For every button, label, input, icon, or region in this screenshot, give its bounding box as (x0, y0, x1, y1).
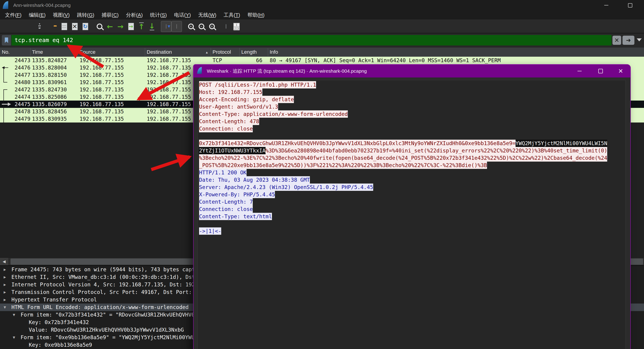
stream-content-panel[interactable]: POST /sqlii/Less-7/info1.php HTTP/1.1Hos… (198, 80, 626, 349)
stream-line: POST /sqlii/Less-7/info1.php HTTP/1.1 (199, 81, 607, 88)
column-header-source[interactable]: Source (80, 48, 96, 57)
filter-apply-button[interactable]: ➜ (622, 36, 634, 45)
expander-open-icon[interactable]: ▼ (13, 311, 15, 318)
zoom-in-button[interactable]: + (186, 21, 196, 32)
cell-dst: 192.168.77.135 (147, 64, 191, 71)
column-header-time[interactable]: Time (32, 48, 43, 57)
detail-text: Internet Protocol Version 4, Src: 192.16… (12, 281, 198, 288)
column-separator (78, 48, 78, 56)
column-header-protocol[interactable]: Protocol (212, 48, 231, 57)
request-text: Host: 192.168.77.155 (199, 88, 262, 96)
auto-scroll-button[interactable]: ▼ (161, 21, 172, 32)
expander-closed-icon[interactable]: ▶ (4, 266, 6, 273)
dialog-maximize-icon (598, 69, 603, 73)
expander-closed-icon[interactable]: ▶ (4, 288, 6, 296)
menu-item-s[interactable]: 统计(S) (146, 10, 170, 20)
find-packet-button[interactable] (94, 21, 105, 32)
column-header-length[interactable]: Length (241, 48, 257, 57)
go-to-packet-button[interactable]: → (126, 21, 136, 32)
main-window-title: Ann-wireshark-004.pcapng (13, 0, 70, 10)
dialog-minimize-button[interactable] (573, 66, 586, 76)
menu-item-y[interactable]: 电话(Y) (170, 10, 194, 20)
menu-item-a[interactable]: 分析(A) (122, 10, 146, 20)
close-file-button[interactable]: ✕ (70, 21, 80, 32)
column-header-destination[interactable]: Destination (147, 48, 172, 57)
cell-src: 192.168.77.155 (80, 71, 124, 78)
cell-time: 1335.830935 (32, 115, 67, 122)
stop-capture-button[interactable] (13, 21, 24, 32)
reload-file-button[interactable]: ↻ (80, 21, 90, 32)
request-text: %3D%3D&6ea280898e404bfabd0ebb702327b19f=… (266, 147, 608, 154)
auto-scroll-icon: ▼ (166, 24, 166, 28)
maximize-icon (628, 3, 632, 8)
go-back-button[interactable]: ← (105, 21, 115, 32)
minimize-button[interactable] (598, 0, 614, 10)
capture-options-button[interactable] (34, 21, 45, 32)
menu-item-c[interactable]: 捕获(C) (98, 10, 122, 20)
cell-no: 24479 (9, 115, 30, 122)
layout-columns-icon: 123 (233, 23, 240, 30)
display-filter-input[interactable]: tcp.stream eq 142 (12, 35, 612, 46)
column-header-info[interactable]: Info (270, 48, 278, 57)
save-file-button[interactable]: 01010110 (59, 21, 70, 32)
arrow-right-icon: → (118, 23, 124, 30)
menu-item-w[interactable]: 无线(W) (194, 10, 220, 20)
cell-no: 24473 (9, 57, 30, 64)
menu-item-t[interactable]: 工具(T) (220, 10, 244, 20)
stream-line: HTTP/1.1 200 OK (199, 169, 607, 176)
menu-item-h[interactable]: 帮助(H) (244, 10, 268, 20)
expander-open-icon[interactable]: ▼ (4, 304, 6, 311)
response-text: Server: Apache/2.4.23 (Win32) OpenSSL/1.… (199, 184, 373, 191)
cell-no: 24474 (9, 93, 30, 100)
cell-dst: 192.168.77.135 (147, 71, 191, 78)
request-text: %3Becho%20%22-%3E%7C%22%3Becho%20%40fwri… (199, 154, 607, 162)
stream-line: Connection: close (199, 206, 607, 213)
go-first-packet-button[interactable]: ↑ (136, 21, 147, 32)
expander-closed-icon[interactable]: ▶ (4, 296, 6, 304)
dialog-maximize-button[interactable] (594, 66, 607, 76)
wireshark-dialog-logo-icon (197, 67, 202, 74)
gear-icon (38, 24, 41, 28)
response-text: X-Powered-By: PHP/5.4.45 (199, 191, 275, 198)
blank-line (199, 132, 607, 140)
filter-clear-button[interactable]: ✕ (612, 36, 621, 45)
cell-src: 192.168.77.155 (80, 64, 124, 71)
start-capture-button[interactable] (3, 21, 13, 32)
stream-text: POST /sqlii/Less-7/info1.php HTTP/1.1Hos… (199, 81, 607, 235)
filter-bookmark-button[interactable] (2, 35, 11, 46)
cell-no: 24477 (9, 71, 30, 78)
layout-columns-button[interactable]: 123 (231, 21, 242, 32)
column-header-no[interactable]: No. (2, 48, 10, 57)
zoom-out-button[interactable]: − (196, 21, 206, 32)
cell-length: 66 (241, 57, 262, 64)
stream-line: Connection: close (199, 125, 607, 132)
stream-line: User-Agent: antSword/v1.3 (199, 103, 607, 110)
maximize-button[interactable] (622, 0, 638, 10)
cell-time: 1335.824827 (32, 57, 67, 64)
dialog-title: Wireshark · 追踪 HTTP 流 (tcp.stream eq 142… (207, 65, 367, 78)
dialog-close-button[interactable]: ✕ (614, 66, 627, 76)
go-forward-button[interactable]: → (115, 21, 126, 32)
dialog-minimize-icon (578, 71, 582, 71)
go-last-packet-button[interactable]: ↓ (147, 21, 157, 32)
cell-dst: 192.168.77.155 (147, 100, 191, 108)
zoom-reset-button[interactable]: = (206, 21, 217, 32)
menu-item-v[interactable]: 视图(V) (49, 10, 73, 20)
menu-item-f[interactable]: 文件(F) (1, 10, 25, 20)
menu-item-g[interactable]: 跳转(G) (73, 10, 98, 20)
zoom-out-icon: − (198, 24, 204, 29)
menu-item-e[interactable]: 编辑(E) (25, 10, 49, 20)
expander-open-icon[interactable]: ▼ (13, 334, 15, 341)
hscrollbar-left-arrow-icon[interactable]: ◀ (0, 258, 8, 265)
cell-time: 1335.824730 (32, 86, 67, 93)
restart-capture-button[interactable] (24, 21, 34, 32)
expander-closed-icon[interactable]: ▶ (4, 273, 6, 281)
expander-closed-icon[interactable]: ▶ (4, 281, 6, 288)
dialog-titlebar[interactable]: Wireshark · 追踪 HTTP 流 (tcp.stream eq 142… (194, 65, 630, 78)
filter-dropdown-chevron-icon[interactable] (637, 38, 642, 41)
open-file-button[interactable] (48, 21, 59, 32)
packet-row[interactable]: 244731335.824827192.168.77.155192.168.77… (0, 57, 644, 64)
response-text: Content-Length: 7 (199, 198, 253, 206)
resize-columns-button[interactable] (221, 21, 231, 32)
colorize-button[interactable] (172, 21, 182, 32)
